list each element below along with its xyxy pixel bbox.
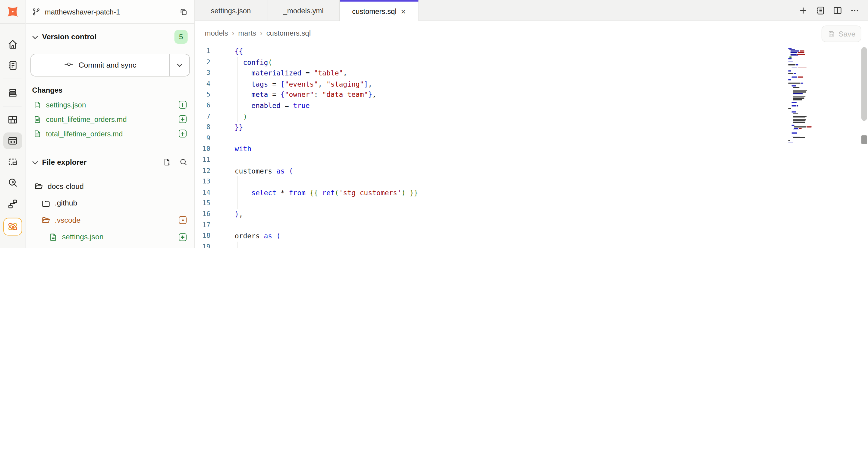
notebook-icon[interactable] [2,55,22,76]
tree-item-label: .github [55,199,77,207]
tab-customers.sql[interactable]: customers.sql× [340,0,418,21]
chevron-down-icon [32,32,38,41]
changed-file-settings.json[interactable]: settings.json [25,97,194,112]
line-number: 9 [195,133,219,144]
changes-label: Changes [32,86,63,94]
file-explorer-header[interactable]: File explorer [25,155,194,168]
line-number: 10 [195,144,219,154]
line-number: 7 [195,111,219,122]
code-line-17[interactable]: 17 [195,220,868,230]
commit-and-sync-button[interactable]: Commit and sync [31,54,170,76]
sidebar: matthewshaver-patch-1 Version control 5 … [25,0,195,248]
changes-list: settings.jsoncount_lifetime_orders.mdtot… [25,97,194,141]
changed-file-name: count_lifetime_orders.md [46,115,174,123]
code-line-14[interactable]: 14 select * from {{ ref('stg_customers')… [195,187,868,198]
copy-branch-icon[interactable] [179,7,188,16]
code-line-10[interactable]: 10with [195,144,868,154]
code-line-4[interactable]: 4 tags = ["events", "staging"], [195,79,868,89]
tree-item-label: settings.json [62,233,104,241]
code-line-11[interactable]: 11 [195,154,868,165]
code-line-7[interactable]: 7 ) [195,111,868,122]
code-line-3[interactable]: 3 materialized = "table", [195,67,868,79]
new-file-icon[interactable] [163,158,171,166]
commit-icon [64,61,73,69]
tree-item-label: .vscode [55,216,81,225]
code-line-9[interactable]: 9 [195,133,868,144]
code-line-13[interactable]: 13 [195,176,868,187]
bricks-icon[interactable] [2,109,22,130]
code-line-18[interactable]: 18orders as ( [195,230,868,241]
save-button[interactable]: Save [822,25,861,42]
tab-strip-actions [798,0,868,21]
dbt-logo-icon[interactable] [0,0,25,24]
editor-scrollbar-marker [861,135,867,144]
tab-label: settings.json [211,6,251,15]
minimap[interactable] [788,48,837,129]
close-tab-icon[interactable]: × [401,7,406,16]
code-line-5[interactable]: 5 meta = {"owner": "data-team"}, [195,89,868,100]
code-line-2[interactable]: 2 config( [195,57,868,67]
search-files-icon[interactable] [179,158,188,166]
file-icon [33,115,41,123]
dbt-cloud-ide: matthewshaver-patch-1 Version control 5 … [0,0,868,248]
indent-guide [238,176,238,209]
line-number: 18 [195,230,219,241]
file-icon [33,101,41,109]
stage-add-icon[interactable] [179,101,187,109]
line-number: 6 [195,100,219,111]
code-line-8[interactable]: 8}} [195,122,868,133]
split-editor-icon[interactable] [832,5,842,15]
breadcrumb-models[interactable]: models [205,29,228,37]
line-number: 16 [195,209,219,220]
new-tab-icon[interactable] [798,5,808,15]
git-plus-badge [179,233,187,241]
code-line-19[interactable]: 19 [195,241,868,248]
flow-branch-icon[interactable] [2,193,22,215]
line-number: 3 [195,67,219,79]
code-line-1[interactable]: 1{{ [195,46,868,57]
changed-file-total_lifetime_orders.md[interactable]: total_lifetime_orders.md [25,126,194,141]
code-editor[interactable]: 1{{2 config(3 materialized = "table",4 t… [195,46,868,248]
editor-header: models› marts› customers.sql Save [195,21,868,46]
changed-file-count_lifetime_orders.md[interactable]: count_lifetime_orders.md [25,112,194,126]
commit-options-dropdown[interactable] [170,54,189,76]
breadcrumb: models› marts› customers.sql [205,29,311,37]
version-control-header[interactable]: Version control 5 [25,30,194,43]
tree-item-.github[interactable]: .github [25,195,194,212]
tree-item-docs-cloud[interactable]: docs-cloud [25,178,194,195]
code-line-6[interactable]: 6 enabled = true [195,100,868,111]
breadcrumb-marts[interactable]: marts [238,29,256,37]
tree-item-analyses[interactable]: analyses [25,246,194,248]
line-number: 5 [195,89,219,100]
branch-name[interactable]: matthewshaver-patch-1 [45,7,179,16]
indent-guide [238,241,238,248]
breadcrumb-file[interactable]: customers.sql [267,29,311,37]
save-floppy-icon [827,30,835,38]
tab-settings.json[interactable]: settings.json [195,0,268,21]
code-line-16[interactable]: 16), [195,209,868,220]
code-line-12[interactable]: 12customers as ( [195,165,868,176]
version-control-title: Version control [42,32,97,41]
folder-open-icon [34,182,43,191]
file-list-icon[interactable] [815,5,826,15]
dbt-copilot-atom-icon[interactable] [3,218,22,236]
code-line-15[interactable]: 15 [195,198,868,209]
tree-item-.vscode[interactable]: .vscode [25,212,194,229]
tree-item-settings.json[interactable]: settings.json [25,229,194,246]
stack-icon[interactable] [2,82,22,103]
tab-label: customers.sql [352,7,396,16]
tab-_models.yml[interactable]: _models.yml [267,0,340,21]
indent-guide [238,57,238,122]
changes-count-badge: 5 [175,30,188,44]
editor-scrollbar-thumb[interactable] [861,47,867,121]
more-options-icon[interactable] [849,5,860,15]
stage-add-icon[interactable] [179,130,187,138]
code-editor-icon[interactable] [2,130,22,151]
changed-file-name: total_lifetime_orders.md [46,130,174,138]
home-icon[interactable] [2,34,22,55]
file-icon [33,130,41,138]
commit-button-label: Commit and sync [79,61,136,69]
stage-add-icon[interactable] [179,115,187,123]
frame-select-icon[interactable] [2,151,22,172]
search-code-icon[interactable] [2,172,22,193]
